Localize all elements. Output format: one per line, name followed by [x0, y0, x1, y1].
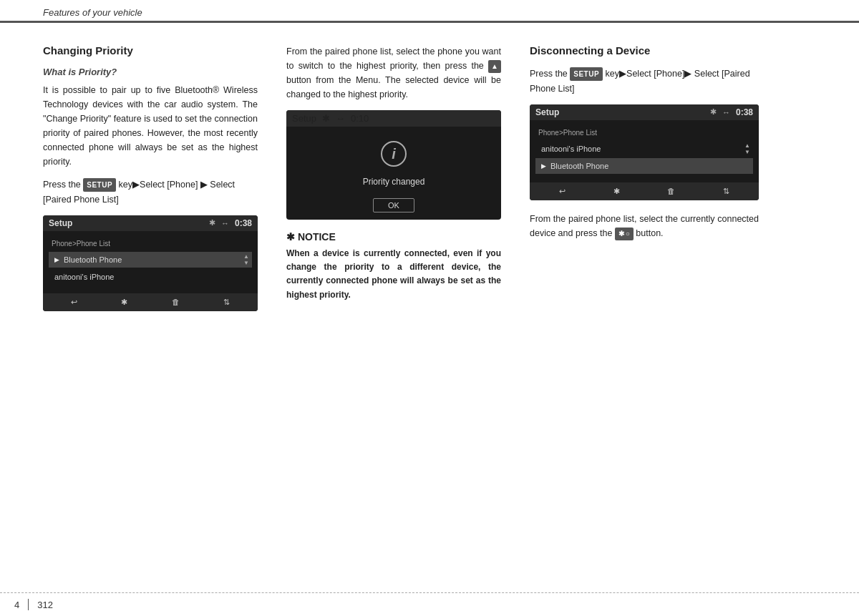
- notice-section: ✱ NOTICE When a device is currently conn…: [286, 231, 501, 302]
- setup-button-label-right: SETUP: [570, 67, 603, 81]
- press-text-right: Press the: [530, 69, 570, 79]
- footer-bt-left[interactable]: ✱: [117, 296, 132, 308]
- setup-screen-right-header: Setup ✱ ↔ 0:38: [530, 104, 759, 120]
- dialog-bt-icon: ✱: [322, 113, 330, 124]
- play-icon-right: ▶: [541, 162, 546, 170]
- arrow-right-left2: ▶: [200, 180, 208, 190]
- notice-text: When a device is currently connected, ev…: [286, 247, 501, 302]
- key-text-right: key: [606, 69, 619, 79]
- priority-up-btn: ▲: [488, 60, 501, 73]
- left-press-line: Press the SETUP key▶Select [Phone] ▶ Sel…: [43, 177, 258, 208]
- dialog-arrow-icon: ↔: [336, 113, 345, 124]
- setup-screen-right: Setup ✱ ↔ 0:38 Phone>Phone List anitooni…: [530, 104, 759, 200]
- page-number: 4 312: [14, 599, 53, 610]
- dialog-message: Priority changed: [363, 177, 425, 187]
- scroll-down-left[interactable]: ▼: [243, 260, 249, 266]
- bt-phone-label-right: Bluetooth Phone: [550, 162, 608, 170]
- bt-icon-right: ✱: [710, 107, 717, 117]
- footer-back-right[interactable]: ↩: [555, 185, 570, 197]
- info-icon: i: [381, 141, 407, 167]
- setup-screen-left-header: Setup ✱ ↔ 0:38: [43, 215, 258, 231]
- arrow-right-r1: ▶: [619, 69, 626, 79]
- phone-list-label-left: Phone>Phone List: [49, 238, 252, 249]
- dialog-body: i Priority changed OK: [286, 127, 501, 220]
- arrow-icon-right: ↔: [722, 108, 730, 117]
- phone-list-item-iphone-right: anitooni's iPhone ▲ ▼: [535, 141, 753, 157]
- setup-screen-right-body: Phone>Phone List anitooni's iPhone ▲ ▼ ▶…: [530, 120, 759, 182]
- dialog-time: 0:10: [351, 113, 369, 124]
- right-press-line: Press the SETUP key▶Select [Phone]▶ Sele…: [530, 67, 759, 97]
- iphone-label-right: anitooni's iPhone: [541, 145, 601, 153]
- chapter-number: 4: [14, 600, 19, 610]
- play-icon-left: ▶: [54, 256, 59, 263]
- key-text-left: key: [119, 180, 132, 190]
- footer-sort-right[interactable]: ⇅: [719, 185, 734, 197]
- iphone-label-left: anitooni's iPhone: [54, 273, 114, 281]
- bt-icon-left: ✱: [209, 218, 215, 228]
- footer-sort-left[interactable]: ⇅: [219, 296, 234, 308]
- page-num: 312: [37, 600, 53, 610]
- setup-screen-left-footer: ↩ ✱ 🗑 ⇅: [43, 293, 258, 311]
- left-subsection-title: What is Priority?: [43, 67, 258, 77]
- footer-back-left[interactable]: ↩: [67, 296, 82, 308]
- content-area: Changing Priority What is Priority? It i…: [0, 23, 859, 337]
- time-right: 0:38: [736, 107, 753, 117]
- left-column: Changing Priority What is Priority? It i…: [43, 44, 272, 323]
- phone-list-item-bt-right: ▶ Bluetooth Phone: [535, 158, 753, 174]
- mid-text2: button from the Menu. The selected devic…: [286, 75, 501, 99]
- phone-list-label-right: Phone>Phone List: [535, 127, 753, 138]
- footer-bt-right[interactable]: ✱: [609, 185, 624, 197]
- bt-sym-icon: ✱: [618, 228, 624, 240]
- bt-circle-icon: ○: [626, 228, 630, 240]
- right-from-text: From the paired phone list, select the c…: [530, 212, 759, 240]
- right-section-title: Disconnecting a Device: [530, 44, 759, 57]
- setup-screen-left-body: Phone>Phone List ▶ Bluetooth Phone ▲ ▼ a…: [43, 231, 258, 293]
- setup-screen-right-footer: ↩ ✱ 🗑 ⇅: [530, 182, 759, 200]
- mid-text1: From the paired phone list, select the p…: [286, 47, 501, 71]
- arrow-right-left: ▶: [132, 180, 140, 190]
- left-body-text: It is possible to pair up to five Blueto…: [43, 83, 258, 169]
- dialog-header: Setup ✱ ↔ 0:10: [286, 110, 501, 127]
- page-header: Features of your vehicle: [0, 0, 859, 23]
- notice-title: ✱ NOTICE: [286, 231, 501, 243]
- scroll-up-left[interactable]: ▲: [243, 253, 249, 260]
- scroll-up-right[interactable]: ▲: [744, 142, 750, 149]
- bt-phone-label-left: Bluetooth Phone: [64, 255, 122, 264]
- right-text2: button.: [636, 228, 663, 238]
- scroll-down-right[interactable]: ▼: [744, 149, 750, 155]
- middle-from-text: From the paired phone list, select the p…: [286, 44, 501, 102]
- arrow-right-r2: ▶: [684, 69, 691, 79]
- setup-screen-left: Setup ✱ ↔ 0:38 Phone>Phone List ▶ Blueto…: [43, 215, 258, 311]
- middle-column: From the paired phone list, select the p…: [272, 44, 515, 323]
- setup-title-left: Setup: [49, 218, 203, 228]
- page-divider: [28, 599, 29, 610]
- select-phone-left: Select [Phone]: [140, 180, 200, 190]
- bt-disconnect-btn: ✱ ○: [615, 228, 634, 240]
- time-left: 0:38: [235, 218, 252, 228]
- right-column: Disconnecting a Device Press the SETUP k…: [515, 44, 759, 323]
- page-header-title: Features of your vehicle: [43, 7, 816, 21]
- page-footer: 4 312: [0, 592, 859, 616]
- dialog-title: Setup: [292, 113, 316, 124]
- setup-button-label-left: SETUP: [83, 178, 116, 192]
- dialog-ok-button[interactable]: OK: [373, 198, 414, 212]
- phone-list-item-iphone-left: anitooni's iPhone: [49, 269, 252, 285]
- arrow-icon-left: ↔: [221, 219, 229, 228]
- select-phone-right: Select [Phone]: [626, 69, 684, 79]
- setup-title-right: Setup: [535, 107, 704, 117]
- phone-list-item-bt-left: ▶ Bluetooth Phone ▲ ▼: [49, 252, 252, 268]
- dialog-screen: Setup ✱ ↔ 0:10 i Priority changed OK: [286, 110, 501, 220]
- left-section-title: Changing Priority: [43, 44, 258, 57]
- footer-del-left[interactable]: 🗑: [168, 296, 184, 308]
- press-text: Press the: [43, 180, 83, 190]
- footer-del-right[interactable]: 🗑: [663, 185, 679, 197]
